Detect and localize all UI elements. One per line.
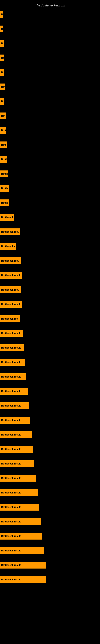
bar-row: Bottleneck res — [0, 314, 100, 323]
bar-label: Bottleneck result — [0, 373, 26, 380]
bar-row: Bottleneck result — [0, 430, 100, 439]
bar-row: Bottleneck result — [0, 402, 100, 410]
bar-label: Bottleneck result — [0, 359, 25, 366]
bar-label: Bo — [0, 54, 4, 62]
bar-row: Bottleneck result — [0, 503, 100, 512]
bar-label: Bott — [0, 142, 7, 148]
bar-label: Bottleneck result — [0, 330, 23, 337]
bar-label: Bot — [0, 84, 5, 90]
bar-label: Bottleneck — [0, 214, 14, 221]
bar-row: Bottleneck result — [0, 329, 100, 338]
bar-row: Bo — [0, 39, 100, 48]
bar-label: Bo — [0, 40, 4, 47]
bar-label: Bottleneck result — [0, 417, 30, 424]
bar-label: Bottleneck result — [0, 272, 22, 279]
bar-label: Bott — [0, 127, 6, 134]
bar-row: Bottle — [0, 199, 100, 207]
bar-label: Bottleneck result — [0, 446, 33, 452]
bar-row: Bottleneck result — [0, 488, 100, 497]
bar-label: Bottleneck result — [0, 518, 41, 525]
bar-label: Bottleneck res — [0, 315, 20, 322]
bar-label: Bo — [0, 98, 4, 105]
bar-label: Bottl — [0, 156, 7, 163]
bar-row: Bottleneck result — [0, 416, 100, 424]
bar-row: Bot — [0, 112, 100, 120]
bar-row: Bottleneck result — [0, 518, 100, 526]
bar-row: B — [0, 10, 100, 19]
bar-row: Bottleneck result — [0, 445, 100, 454]
bar-row: Bott — [0, 126, 100, 135]
bar-label: Bottleneck result — [0, 460, 34, 467]
bar-row: Bottleneck result — [0, 546, 100, 555]
bar-label: Bottle — [0, 200, 9, 206]
page-container: TheBottlenecker.com BBBoBoBoBotBoBotBott… — [0, 0, 100, 644]
bars-container: BBBoBoBoBotBoBotBottBottBottlBottleBottl… — [0, 10, 100, 584]
bar-row: Bott — [0, 141, 100, 149]
bar-row: Bottleneck result — [0, 575, 100, 584]
bar-label: Bottleneck result — [0, 562, 46, 568]
bar-row: Bot — [0, 83, 100, 91]
bar-label: Bottleneck result — [0, 431, 32, 438]
bar-row: Bottleneck result — [0, 300, 100, 308]
bar-label: Bottleneck r — [0, 243, 16, 250]
bar-label: Bottleneck resu — [0, 258, 21, 264]
site-title: TheBottlenecker.com — [0, 2, 100, 10]
bar-row: Bottleneck — [0, 213, 100, 222]
bar-row: Bottleneck result — [0, 372, 100, 381]
bar-label: Bottle — [0, 170, 8, 177]
bar-label: Bottleneck result — [0, 388, 28, 395]
bar-label: Bottleneck result — [0, 504, 39, 510]
bar-row: Bottleneck result — [0, 387, 100, 396]
bar-row: Bo — [0, 68, 100, 77]
bar-row: Bottleneck result — [0, 358, 100, 366]
bar-label: Bottleneck result — [0, 402, 29, 409]
bar-row: Bottleneck result — [0, 271, 100, 280]
bar-label: Bottleneck result — [0, 576, 46, 583]
bar-row: Bottleneck result — [0, 561, 100, 569]
bar-row: Bottleneck r — [0, 242, 100, 250]
bar-label: Bottleneck result — [0, 344, 24, 351]
bar-row: B — [0, 25, 100, 33]
bar-row: Bottle — [0, 170, 100, 178]
bar-row: Bottleneck result — [0, 460, 100, 468]
bar-label: Bottleneck resu — [0, 228, 20, 235]
bar-row: Bottleneck result — [0, 344, 100, 352]
bar-row: Bo — [0, 97, 100, 106]
bar-label: Bottleneck result — [0, 533, 42, 540]
bar-row: Bottleneck result — [0, 474, 100, 482]
bar-label: Bottleneck result — [0, 475, 36, 482]
bar-row: Bottleneck resu — [0, 228, 100, 236]
bar-row: Bottleneck resu — [0, 256, 100, 265]
bar-label: Bo — [0, 69, 4, 76]
bar-row: Bottle — [0, 184, 100, 192]
bar-label: Bottleneck result — [0, 489, 38, 496]
bar-label: Bottle — [0, 185, 9, 192]
bar-label: Bot — [0, 112, 6, 119]
bar-row: Bottleneck resu — [0, 286, 100, 294]
bar-label: Bottleneck result — [0, 301, 22, 308]
bar-row: Bottleneck result — [0, 532, 100, 540]
bar-label: B — [0, 11, 3, 18]
bar-row: Bottl — [0, 155, 100, 164]
bar-label: Bottleneck resu — [0, 286, 21, 293]
bar-label: Bottleneck result — [0, 547, 44, 554]
bar-row: Bo — [0, 54, 100, 62]
bar-label: B — [0, 26, 3, 32]
